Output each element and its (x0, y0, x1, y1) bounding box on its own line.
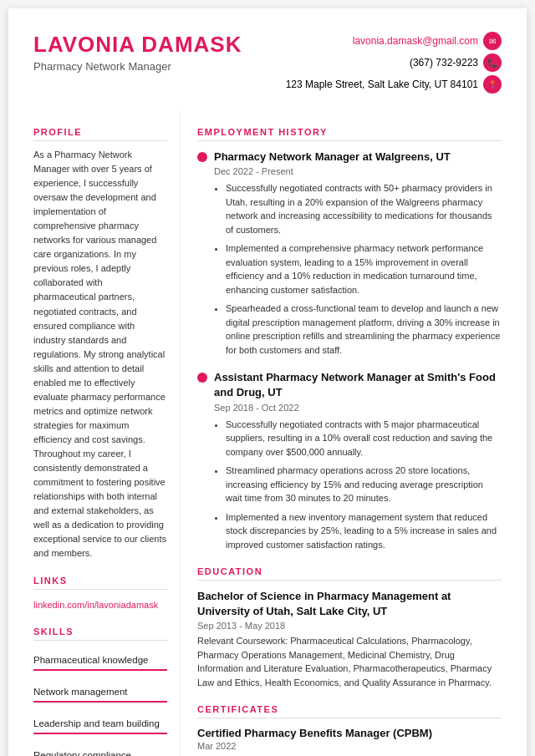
profile-text: As a Pharmacy Network Manager with over … (33, 148, 167, 561)
certificate-item: Certified Pharmacy Benefits Manager (CPB… (197, 727, 502, 751)
right-column: EMPLOYMENT HISTORY Pharmacy Network Mana… (180, 110, 518, 756)
job-dot-icon (197, 152, 207, 162)
links-content: linkedin.com/in/lavoniadamask (33, 596, 167, 611)
email-icon: ✉ (483, 32, 502, 50)
header: LAVONIA DAMASK Pharmacy Network Manager … (8, 8, 527, 110)
edu-date: Sep 2013 - May 2018 (197, 621, 502, 631)
job-bullet: Spearheaded a cross-functional team to d… (226, 302, 502, 357)
edu-coursework: Relevant Coursework: Pharmaceutical Calc… (197, 634, 502, 689)
skill-item: Leadership and team building (33, 711, 167, 734)
profile-section-title: PROFILE (33, 127, 167, 141)
skill-item: Pharmaceutical knowledge (33, 647, 167, 671)
job-bullet: Successfully negotiated contracts with 5… (226, 418, 502, 459)
email-link[interactable]: lavonia.damask@gmail.com (353, 35, 478, 47)
left-column: PROFILE As a Pharmacy Network Manager wi… (17, 110, 180, 756)
header-right: lavonia.damask@gmail.com ✉ (367) 732-922… (286, 32, 502, 94)
job-bullet: Successfully negotiated contracts with 5… (226, 181, 502, 236)
job-date: Sep 2018 - Oct 2022 (214, 403, 502, 413)
job-item: Pharmacy Network Manager at Walgreens, U… (197, 150, 502, 357)
candidate-name: LAVONIA DAMASK (33, 32, 242, 58)
location-icon: 📍 (483, 75, 502, 94)
job-date: Dec 2022 - Present (214, 166, 502, 176)
skills-section-title: SKILLS (33, 627, 167, 641)
education-section-title: EDUCATION (197, 566, 502, 581)
job-bullets: Successfully negotiated contracts with 5… (214, 181, 502, 357)
job-bullet: Streamlined pharmacy operations across 2… (226, 464, 502, 505)
skill-item: Network management (33, 679, 167, 703)
address-text: 123 Maple Street, Salt Lake City, UT 841… (286, 79, 478, 90)
header-left: LAVONIA DAMASK Pharmacy Network Manager (33, 32, 242, 73)
phone-text: (367) 732-9223 (410, 57, 478, 68)
cert-title: Certified Pharmacy Benefits Manager (CPB… (197, 727, 502, 739)
certificates-section-title: CERTIFICATES (197, 704, 502, 718)
employment-section-title: EMPLOYMENT HISTORY (197, 127, 502, 141)
linkedin-link[interactable]: linkedin.com/in/lavoniadamask (33, 600, 158, 610)
phone-icon: 📞 (483, 53, 502, 72)
skills-list: Pharmaceutical knowledgeNetwork manageme… (33, 647, 167, 756)
job-bullet: Implemented a new inventory management s… (226, 510, 502, 552)
phone-row: (367) 732-9223 📞 (410, 53, 502, 72)
jobs-list: Pharmacy Network Manager at Walgreens, U… (197, 150, 502, 551)
job-dot-icon (197, 373, 207, 383)
address-row: 123 Maple Street, Salt Lake City, UT 841… (286, 75, 502, 94)
job-title: Assistant Pharmacy Network Manager at Sm… (214, 370, 502, 400)
skill-item: Regulatory compliance (33, 743, 167, 756)
education-content: Bachelor of Science in Pharmacy Manageme… (197, 589, 502, 689)
cert-date: Mar 2022 (197, 741, 502, 751)
links-section-title: LINKS (33, 576, 167, 590)
certificates-list: Certified Pharmacy Benefits Manager (CPB… (197, 727, 502, 756)
edu-degree: Bachelor of Science in Pharmacy Manageme… (197, 589, 502, 619)
job-bullets: Successfully negotiated contracts with 5… (214, 418, 502, 552)
candidate-title: Pharmacy Network Manager (33, 60, 242, 73)
job-title: Pharmacy Network Manager at Walgreens, U… (214, 150, 451, 165)
job-item: Assistant Pharmacy Network Manager at Sm… (197, 370, 502, 551)
resume-container: LAVONIA DAMASK Pharmacy Network Manager … (8, 8, 527, 756)
email-row: lavonia.damask@gmail.com ✉ (353, 32, 502, 50)
job-header: Pharmacy Network Manager at Walgreens, U… (197, 150, 502, 165)
job-header: Assistant Pharmacy Network Manager at Sm… (197, 370, 502, 400)
job-bullet: Implemented a comprehensive pharmacy net… (226, 241, 502, 297)
main-content: PROFILE As a Pharmacy Network Manager wi… (8, 110, 527, 756)
